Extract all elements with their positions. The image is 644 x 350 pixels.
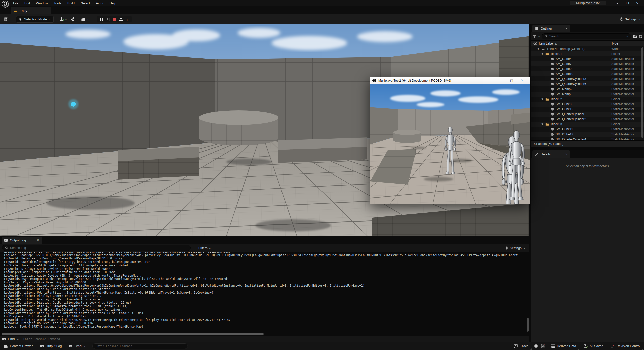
output-log-button[interactable]: Output Log [36,342,65,350]
close-icon[interactable]: ✕ [565,27,568,30]
menu-edit[interactable]: Edit [22,1,32,6]
selection-mode-label: Selection Mode [24,17,47,21]
outliner-row[interactable]: SM_Cube7StaticMeshActor [531,61,644,66]
filter-icon[interactable] [533,35,536,38]
output-log-panel: Output Log ✕ Filters ⌄ Settings ⌄ LogNet [0,236,529,342]
minimize-button[interactable]: – [612,0,622,6]
log-text-area[interactable]: LogNet: Welcomed by server (Level: /Game… [0,252,529,336]
frame-skip-button[interactable] [106,17,110,21]
revision-control-button[interactable]: Revision Control [607,342,644,350]
vertical-scrollbar[interactable] [527,318,529,332]
outliner-row[interactable]: SM_Cube4StaticMeshActor [531,56,644,61]
log-line: LogWorld: Bringing World /Game/ThirdPers… [4,318,529,322]
pie-maximize-button[interactable]: □ [506,77,517,84]
add-actor-button[interactable]: ⌄ [58,16,69,23]
pie-titlebar[interactable]: MultiplayerTest2 (64-bit Development PCD… [370,77,530,84]
save-check-icon [583,344,588,348]
column-item-label[interactable]: Item Label [539,42,553,45]
new-folder-icon[interactable] [633,34,637,38]
gear-icon[interactable] [638,34,642,38]
log-search-input[interactable] [10,246,188,250]
outliner-row[interactable]: SM_Cube9StaticMeshActor [531,66,644,71]
close-icon[interactable]: ✕ [37,239,39,242]
outliner-row[interactable]: SM_QuarterCylinder6StaticMeshActor [531,81,644,86]
gear-icon [619,17,623,21]
close-icon[interactable]: ✕ [565,153,568,156]
console-command-input[interactable] [23,337,174,341]
blueprints-button[interactable]: ⌄ [69,16,79,22]
derived-data-button[interactable]: Derived Data [547,342,580,350]
trace-pause-button[interactable] [532,342,540,350]
log-line: LogWorldPartition: Display: WorldPartiti… [4,288,529,291]
pie-close-button[interactable]: ✕ [517,77,528,84]
cinematics-button[interactable]: ⌄ [79,16,90,22]
menu-tools[interactable]: Tools [51,1,64,6]
column-type[interactable]: Type [611,42,618,45]
tab-outliner[interactable]: Outliner ✕ [532,25,570,32]
eject-button[interactable] [119,17,123,21]
toolbar-settings-dropdown[interactable]: Settings ⌄ [619,17,640,21]
outliner-row[interactable]: SM_Ramp2StaticMeshActor [531,86,644,92]
tab-output-log[interactable]: Output Log ✕ [2,237,42,244]
outliner-row[interactable]: SM_Ramp3StaticMeshActor [531,92,644,97]
outliner-row[interactable]: SM_Cube12StaticMeshActor [531,107,644,112]
selection-mode-dropdown[interactable]: Selection Mode ⌄ [16,16,54,23]
menu-help[interactable]: Help [107,1,119,6]
cmd-dropdown[interactable]: Cmd [8,337,15,341]
all-saved-button[interactable]: All Saved [580,342,607,350]
pie-minimize-button[interactable]: – [496,77,506,84]
outliner-row[interactable]: SM_Cube8StaticMeshActor [531,102,644,107]
statusbar-console-box[interactable] [92,343,188,349]
horizontal-scrollbar[interactable] [2,333,264,335]
menu-file[interactable]: File [11,1,21,6]
save-button[interactable] [3,16,10,22]
outliner-row[interactable]: SM_QuarterCylinder3StaticMeshActor [531,76,644,81]
filters-dropdown[interactable]: Filters ⌄ [194,246,211,250]
outliner-search-input[interactable] [549,35,624,38]
pause-button[interactable] [99,17,103,21]
menu-window[interactable]: Window [33,1,50,6]
details-tab-label: Details [541,152,551,156]
outliner-row[interactable]: SM_QuarterCylinder4StaticMeshActor [531,137,644,140]
titlebar[interactable]: File Edit Window Tools Build Select Acto… [0,0,644,6]
cmd-dropdown-button[interactable]: Cmd ⌄ [65,342,89,350]
outliner-row[interactable]: ▼Block01Folder [531,51,644,56]
vertical-scrollbar[interactable] [641,47,643,138]
terminal-icon [69,344,73,348]
menu-actor[interactable]: Actor [93,1,106,6]
outliner-row[interactable]: SM_QuarterCylinderStaticMeshActor [531,112,644,117]
content-drawer-button[interactable]: Content Drawer [0,342,36,350]
menu-build[interactable]: Build [65,1,77,6]
chevron-down-icon[interactable]: ⌄ [538,35,540,38]
chevron-down-icon: ⌄ [49,18,51,21]
menu-select[interactable]: Select [78,1,92,6]
panel-splitter[interactable] [531,147,644,150]
outliner-row[interactable]: SM_QuarterCylinder2StaticMeshActor [531,117,644,122]
toolbar-separator [56,16,56,22]
eye-icon[interactable] [533,42,537,45]
close-button[interactable]: ✕ [632,0,642,6]
pie-game-window[interactable]: MultiplayerTest2 (64-bit Development PCD… [370,77,530,204]
outliner-row[interactable]: ▼ThirdPersonMap (Client -1)World [531,46,644,51]
details-pencil-icon [535,152,539,156]
outliner-row[interactable]: SM_Cube11StaticMeshActor [531,127,644,132]
pause-circle-icon [534,344,538,348]
outliner-row[interactable]: ▼Block02Folder [531,97,644,102]
stop-button[interactable] [112,17,116,21]
chevron-down-icon[interactable]: ⌄ [626,35,628,38]
outliner-row[interactable]: SM_Cube10StaticMeshActor [531,71,644,76]
outliner-column-header[interactable]: Item Label ▲ Type [531,40,644,46]
trace-snapshot-button[interactable] [540,342,547,350]
log-search-box[interactable] [2,245,191,251]
tab-entry-level[interactable]: Entry [11,7,51,14]
maximize-button[interactable]: ❐ [622,0,632,6]
trace-button[interactable]: Trace [510,342,532,350]
pie-game-viewport[interactable] [370,84,530,204]
statusbar-console-input[interactable] [96,344,185,348]
outliner-search-box[interactable]: ⌄ [542,33,631,39]
tab-details[interactable]: Details ✕ [532,150,570,158]
log-settings-dropdown[interactable]: Settings ⌄ [505,246,525,250]
outliner-row[interactable]: ▼Block03Folder [531,122,644,127]
outliner-row[interactable]: SM_Cube13StaticMeshActor [531,132,644,137]
play-options-kebab-icon[interactable]: ⋮ [126,17,129,21]
